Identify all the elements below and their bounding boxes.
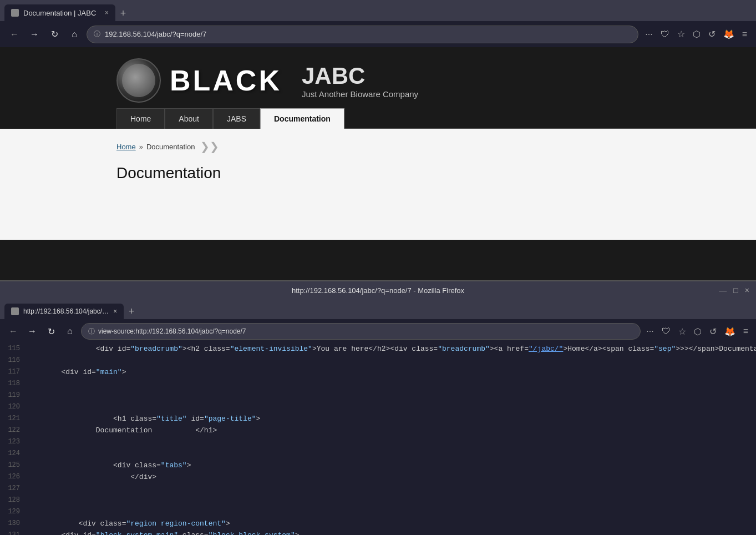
second-titlebar: http://192.168.56.104/jabc/?q=node/7 - M…: [0, 281, 756, 299]
line-number: 120: [0, 402, 27, 413]
nav-fill: [344, 108, 756, 129]
line-number: 124: [0, 448, 27, 460]
line-content: <div class="region region-content">: [27, 518, 756, 530]
line-content: <div id="block-system-main" class="block…: [27, 530, 756, 535]
toolbar-icons: ··· 🛡 ☆ ⬡ ↺ 🦊 ≡: [643, 27, 749, 42]
source-line: 123: [0, 437, 756, 448]
second-back-button[interactable]: ←: [6, 324, 21, 339]
line-number: 128: [0, 495, 27, 507]
line-content: [27, 483, 756, 495]
window-controls: — □ ×: [719, 286, 749, 295]
second-extensions-icon: ⬡: [692, 324, 704, 339]
nav-item-documentation[interactable]: Documentation: [260, 108, 344, 129]
source-line: 128: [0, 495, 756, 507]
second-tab-bar: http://192.168.56.104/jabc/… × +: [0, 299, 756, 319]
tab-bar: Documentation | JABC × +: [0, 0, 756, 21]
sync-icon[interactable]: ↺: [706, 27, 718, 42]
source-line: 122 Documentation </h1>: [0, 425, 756, 437]
second-home-button[interactable]: ⌂: [62, 324, 78, 339]
second-forward-button[interactable]: →: [24, 324, 40, 339]
close-button[interactable]: ×: [745, 286, 749, 295]
second-tab-title: http://192.168.56.104/jabc/…: [23, 307, 109, 315]
breadcrumb-home-link[interactable]: Home: [116, 143, 136, 151]
address-bar-row: ← → ↻ ⌂ ⓘ 192.168.56.104/jabc/?q=node/7 …: [0, 21, 756, 47]
breadcrumb: Home » Documentation ❯❯: [116, 140, 734, 153]
line-content: [27, 507, 756, 518]
line-number: 126: [0, 472, 27, 483]
line-number: 129: [0, 507, 27, 518]
page-title: Documentation: [116, 164, 734, 182]
line-content: <div id="breadcrumb"><h2 class="element-…: [27, 344, 756, 355]
line-number: 122: [0, 425, 27, 437]
back-button[interactable]: ←: [7, 27, 22, 42]
home-button[interactable]: ⌂: [67, 27, 82, 42]
active-tab[interactable]: Documentation | JABC ×: [4, 4, 115, 21]
second-address-text: view-source:http://192.168.56.104/jabc/?…: [98, 327, 246, 335]
line-number: 116: [0, 355, 27, 367]
line-number: 123: [0, 437, 27, 448]
second-new-tab-button[interactable]: +: [124, 304, 139, 319]
second-hamburger-icon[interactable]: ≡: [741, 324, 750, 339]
site-navigation: Home About JABS Documentation: [0, 108, 756, 129]
browser-window-top: Documentation | JABC × + ← → ↻ ⌂ ⓘ 192.1…: [0, 0, 756, 47]
source-code-view[interactable]: 115 <div id="breadcrumb"><h2 class="elem…: [0, 344, 756, 535]
forward-button[interactable]: →: [27, 27, 42, 42]
source-line: 130 <div class="region region-content">: [0, 518, 756, 530]
maximize-button[interactable]: □: [733, 286, 738, 295]
source-line: 120: [0, 402, 756, 413]
line-number: 119: [0, 390, 27, 402]
second-address-row: ← → ↻ ⌂ ⓘ view-source:http://192.168.56.…: [0, 319, 756, 344]
brand-title: JABC: [302, 63, 418, 89]
source-line: 129: [0, 507, 756, 518]
extensions-icon: ⬡: [691, 27, 703, 42]
second-bookmark-icon[interactable]: ☆: [676, 324, 688, 339]
line-content: [27, 378, 756, 390]
source-line: 116: [0, 355, 756, 367]
second-reload-button[interactable]: ↻: [43, 324, 59, 339]
new-tab-button[interactable]: +: [115, 6, 131, 21]
nav-item-jabs[interactable]: JABS: [213, 108, 260, 129]
bookmark-star-icon[interactable]: ☆: [675, 27, 687, 42]
source-line: 124: [0, 448, 756, 460]
source-line: 127: [0, 483, 756, 495]
logo-area: BLACK JABC Just Another Bioware Company: [116, 58, 418, 103]
hamburger-menu-icon[interactable]: ≡: [740, 27, 749, 42]
source-line: 118: [0, 378, 756, 390]
source-link[interactable]: "/jabc/": [529, 345, 563, 353]
line-content: </div>: [27, 472, 756, 483]
second-tab-close[interactable]: ×: [113, 307, 117, 315]
second-sync-icon[interactable]: ↺: [707, 324, 719, 339]
page-content: Home » Documentation ❯❯ Documentation: [0, 129, 756, 240]
nav-item-home[interactable]: Home: [116, 108, 165, 129]
brand-subtitle: Just Another Bioware Company: [302, 89, 418, 99]
line-content: <h1 class="title" id="page-title">: [27, 413, 756, 425]
source-line: 125 <div class="tabs">: [0, 460, 756, 472]
source-line: 121 <h1 class="title" id="page-title">: [0, 413, 756, 425]
browser-window-second: http://192.168.56.104/jabc/?q=node/7 - M…: [0, 280, 756, 535]
line-content: [27, 355, 756, 367]
source-line: 119: [0, 390, 756, 402]
second-more-button[interactable]: ···: [644, 324, 656, 339]
more-button[interactable]: ···: [643, 27, 654, 42]
site-logo: [116, 58, 161, 103]
line-number: 130: [0, 518, 27, 530]
lock-icon: ⓘ: [94, 29, 100, 39]
logo-inner: [122, 64, 155, 97]
tab-close-button[interactable]: ×: [105, 9, 109, 17]
source-line: 126 </div>: [0, 472, 756, 483]
second-toolbar-icons: ··· 🛡 ☆ ⬡ ↺ 🦊 ≡: [644, 324, 750, 339]
line-content: <div id="main">: [27, 367, 756, 378]
line-number: 118: [0, 378, 27, 390]
breadcrumb-separator: »: [139, 143, 143, 151]
second-shield-icon[interactable]: 🛡: [659, 324, 673, 339]
second-lock-icon: ⓘ: [88, 327, 95, 336]
second-active-tab[interactable]: http://192.168.56.104/jabc/… ×: [4, 304, 124, 319]
second-address-bar[interactable]: ⓘ view-source:http://192.168.56.104/jabc…: [81, 323, 641, 340]
address-bar[interactable]: ⓘ 192.168.56.104/jabc/?q=node/7: [87, 26, 638, 43]
minimize-button[interactable]: —: [719, 286, 727, 295]
shield-icon[interactable]: 🛡: [658, 27, 672, 42]
reload-button[interactable]: ↻: [47, 27, 62, 42]
site-header: BLACK JABC Just Another Bioware Company: [0, 47, 756, 103]
website-content: BLACK JABC Just Another Bioware Company …: [0, 47, 756, 280]
nav-item-about[interactable]: About: [165, 108, 213, 129]
